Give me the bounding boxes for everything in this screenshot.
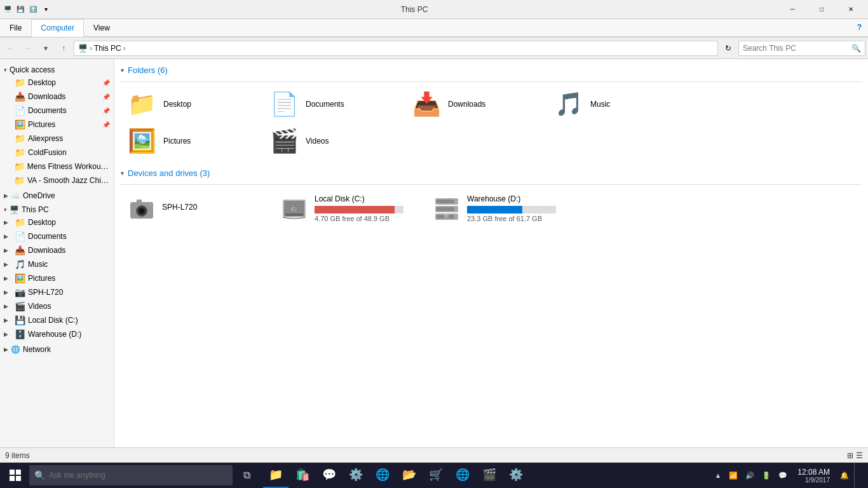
chevron-right-icon: ▶ — [4, 193, 8, 199]
taskbar-app-chrome[interactable]: 🌐 — [370, 463, 395, 488]
folder-pictures-label: Pictures — [163, 137, 191, 146]
sidebar-item-videos-pc[interactable]: ▶ 🎬 Videos — [0, 299, 114, 313]
folder-downloads-label: Downloads — [448, 100, 485, 109]
minimize-button[interactable]: ─ — [778, 0, 807, 19]
systray-battery[interactable]: 🔋 — [759, 470, 773, 481]
drive-d-space: 23.3 GB free of 61.7 GB — [467, 215, 559, 222]
taskbar-app-media[interactable]: 🎬 — [477, 463, 502, 488]
folder-documents[interactable]: 📄 Documents — [263, 87, 403, 121]
close-button[interactable]: ✕ — [836, 0, 865, 19]
sidebar-item-documents-pc[interactable]: ▶ 📄 Documents — [0, 229, 114, 243]
sidebar-item-mens-fitness[interactable]: 📁 Mens Fitness Workout I... — [0, 159, 114, 173]
taskbar-app-file-manager[interactable]: 📂 — [397, 463, 422, 488]
systray-network[interactable]: 📶 — [726, 470, 740, 481]
taskbar-search-input[interactable] — [49, 471, 227, 480]
notification-icon[interactable]: 🔔 — [837, 470, 851, 481]
pin-icon: 📌 — [102, 121, 110, 128]
sidebar-item-sph-l720[interactable]: ▶ 📷 SPH-L720 — [0, 285, 114, 299]
sidebar-item-documents-qa[interactable]: 📄 Documents 📌 — [0, 104, 114, 118]
help-button[interactable]: ? — [851, 19, 868, 36]
show-desktop-button[interactable] — [854, 463, 860, 488]
devices-section-header[interactable]: ▾ Devices and drives (3) — [121, 168, 862, 178]
sidebar-item-desktop-qa[interactable]: 📁 Desktop 📌 — [0, 76, 114, 90]
taskbar-search[interactable]: 🔍 — [29, 465, 233, 485]
device-sph-l720[interactable]: SPH-L720 — [121, 190, 261, 227]
title-bar: 🖥️ 💾 ⬆️ ▾ This PC ─ □ ✕ — [0, 0, 868, 19]
pictures-icon: 🖼️ — [14, 273, 25, 283]
taskbar-app-settings[interactable]: ⚙️ — [503, 463, 529, 488]
refresh-button[interactable]: ↻ — [721, 41, 736, 56]
maximize-button[interactable]: □ — [807, 0, 836, 19]
taskbar-app-store[interactable]: 🛍️ — [290, 463, 315, 488]
search-box[interactable]: 🔍 — [738, 41, 865, 56]
sidebar-group-onedrive[interactable]: ▶ ☁️ OneDrive — [0, 187, 114, 201]
folder-music[interactable]: 🎵 Music — [548, 87, 688, 121]
start-button[interactable] — [3, 463, 28, 488]
sidebar-item-coldfusion[interactable]: 📁 ColdFusion — [0, 146, 114, 159]
chevron-right-icon: ▶ — [4, 346, 8, 353]
sidebar-item-pictures-qa[interactable]: 🖼️ Pictures 📌 — [0, 118, 114, 132]
recent-button[interactable]: ▾ — [38, 41, 53, 56]
local-disk-c-icon: C: — [280, 194, 308, 222]
device-local-disk-c[interactable]: C: Local Disk (C:) 4.70 GB free of 48.9 … — [273, 190, 413, 227]
sidebar-group-quick-access[interactable]: ▾ Quick access — [0, 62, 114, 76]
folder-downloads[interactable]: 📥 Downloads — [405, 87, 545, 121]
device-warehouse-d[interactable]: D: Warehouse (D:) 23.3 GB free of 61.7 G… — [426, 190, 566, 227]
item-count: 9 items — [5, 451, 30, 460]
sidebar-item-local-disk-c[interactable]: ▶ 💾 Local Disk (C:) — [0, 313, 114, 327]
list-view-icon[interactable]: ☰ — [856, 451, 863, 460]
sidebar-item-warehouse-d[interactable]: ▶ 🗄️ Warehouse (D:) — [0, 327, 114, 341]
address-path[interactable]: 🖥️ › This PC › — [74, 41, 718, 56]
search-input[interactable] — [743, 44, 849, 53]
sidebar-group-network[interactable]: ▶ 🌐 Network — [0, 341, 114, 355]
forward-button[interactable]: → — [20, 41, 36, 56]
status-bar: 9 items ⊞ ☰ — [0, 447, 868, 463]
back-button[interactable]: ← — [3, 41, 18, 56]
svg-text:C:: C: — [292, 206, 297, 212]
sidebar-item-pictures-pc[interactable]: ▶ 🖼️ Pictures — [0, 271, 114, 285]
sidebar-item-music-pc[interactable]: ▶ 🎵 Music — [0, 257, 114, 271]
sidebar-group-this-pc[interactable]: ▾ 🖥️ This PC — [0, 201, 114, 215]
sidebar-item-downloads-pc[interactable]: ▶ 📥 Downloads — [0, 243, 114, 257]
drive-d-bar-fill — [467, 206, 522, 214]
folder-videos[interactable]: 🎬 Videos — [263, 124, 403, 158]
chevron-down-icon: ▾ — [4, 67, 7, 73]
documents-icon: 📄 — [14, 105, 25, 116]
pin-icon: 📌 — [102, 93, 110, 100]
sidebar-item-aliexpress[interactable]: 📁 Aliexpress — [0, 132, 114, 146]
tab-computer[interactable]: Computer — [31, 19, 84, 37]
pictures-icon: 🖼️ — [14, 119, 25, 130]
up-button[interactable]: ↑ — [56, 41, 71, 56]
svg-rect-13 — [437, 200, 454, 203]
quick-access-toolbar-dropdown[interactable]: ▾ — [41, 4, 51, 15]
sidebar-item-desktop-pc[interactable]: ▶ 📁 Desktop — [0, 215, 114, 229]
windows-icon — [10, 470, 21, 481]
task-view-button[interactable]: ⧉ — [234, 463, 259, 488]
path-icon: 🖥️ — [78, 44, 88, 53]
taskbar-app-arduino[interactable]: ⚙️ — [343, 463, 369, 488]
tab-file[interactable]: File — [0, 19, 31, 37]
sidebar-item-smooth-jazz[interactable]: 📁 VA - Smooth Jazz Chill ... — [0, 173, 114, 187]
folder-pictures[interactable]: 🖼️ Pictures — [121, 124, 261, 158]
taskbar-app-edge[interactable]: 🌐 — [450, 463, 475, 488]
folder-desktop[interactable]: 📁 Desktop — [121, 87, 261, 121]
devices-divider — [121, 184, 862, 185]
taskbar-app-file-explorer[interactable]: 📁 — [263, 463, 288, 488]
system-icon: 🖥️ — [3, 4, 13, 15]
folders-section-header[interactable]: ▾ Folders (6) — [121, 65, 862, 75]
taskbar-app-skype[interactable]: 💬 — [316, 463, 342, 488]
svg-text:D:: D: — [444, 214, 449, 219]
details-view-icon[interactable]: ⊞ — [847, 451, 853, 460]
tab-view[interactable]: View — [84, 19, 119, 37]
sidebar-label-onedrive: OneDrive — [23, 191, 55, 200]
sidebar-item-downloads-qa[interactable]: 📥 Downloads 📌 — [0, 90, 114, 104]
systray-chevron[interactable]: ▲ — [712, 470, 724, 480]
content-area: ▾ Folders (6) 📁 Desktop 📄 Documents 📥 Do… — [114, 59, 868, 447]
taskbar-app-ms-store[interactable]: 🛒 — [423, 463, 449, 488]
systray-volume[interactable]: 🔊 — [743, 470, 757, 481]
quick-access-toolbar-up[interactable]: ⬆️ — [28, 4, 38, 15]
quick-access-toolbar-save[interactable]: 💾 — [15, 4, 25, 15]
warehouse-d-icon: D: — [433, 194, 461, 222]
systray-message[interactable]: 💬 — [776, 470, 790, 481]
system-clock[interactable]: 12:08 AM 1/9/2017 — [792, 468, 835, 484]
